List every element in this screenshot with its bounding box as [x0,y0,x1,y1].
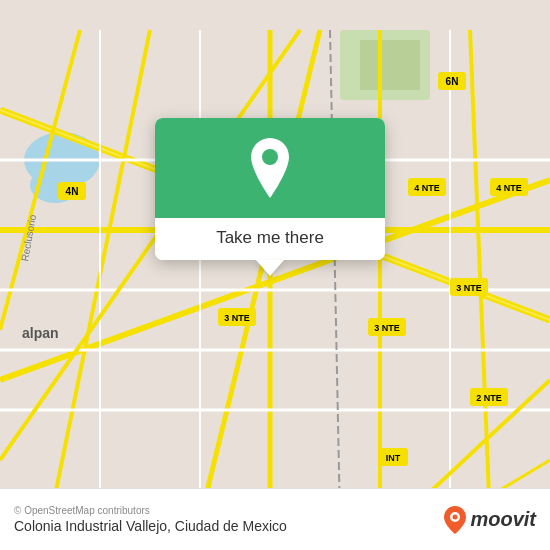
svg-text:4 NTE: 4 NTE [414,183,440,193]
svg-point-49 [453,514,458,519]
popup-arrow [256,260,284,276]
location-pin-icon [246,138,294,198]
svg-text:3 NTE: 3 NTE [456,283,482,293]
svg-point-47 [262,149,278,165]
moovit-pin-icon [444,506,466,534]
svg-text:2 NTE: 2 NTE [476,393,502,403]
svg-text:3 NTE: 3 NTE [374,323,400,333]
copyright-text: © OpenStreetMap contributors [14,505,287,516]
bottom-left-section: © OpenStreetMap contributors Colonia Ind… [14,505,287,534]
location-name: Colonia Industrial Vallejo, Ciudad de Me… [14,518,287,534]
take-me-there-button[interactable]: Take me there [155,218,385,260]
svg-text:4 NTE: 4 NTE [496,183,522,193]
moovit-brand-text: moovit [470,508,536,531]
svg-rect-4 [360,40,420,90]
popup-card: Take me there [155,118,385,260]
svg-text:4N: 4N [66,186,79,197]
map-container: 4N 6N 4 NTE 4 NTE 3 NTE 3 NTE 3 NTE 2 NT… [0,0,550,550]
moovit-logo[interactable]: moovit [444,506,536,534]
bottom-bar: © OpenStreetMap contributors Colonia Ind… [0,488,550,550]
svg-text:alpan: alpan [22,325,59,341]
popup-green-section [155,118,385,218]
svg-text:3 NTE: 3 NTE [224,313,250,323]
svg-text:INT: INT [386,453,401,463]
svg-text:6N: 6N [446,76,459,87]
